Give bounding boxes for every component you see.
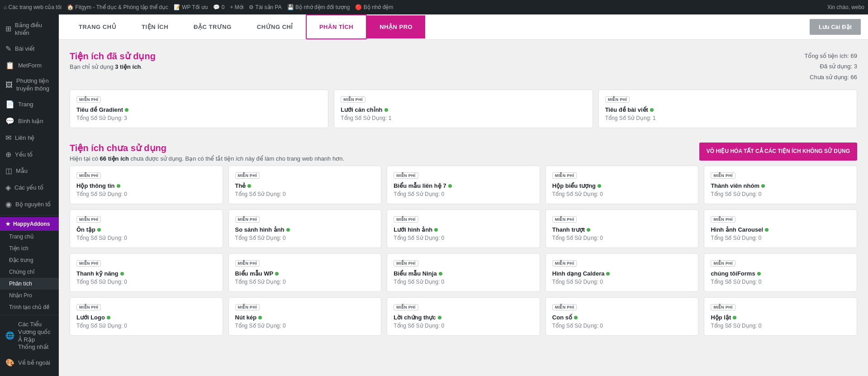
widget-badge: MIỄN PHÍ (235, 172, 260, 179)
widget-badge: MIỄN PHÍ (605, 96, 630, 103)
sidebar-sub-get-pro[interactable]: Nhận Pro (0, 290, 59, 301)
widget-usage: Tổng Số Sử Dụng: 0 (552, 191, 692, 197)
used-stat: Đã sử dụng: 3 (805, 61, 858, 71)
sidebar-sub-certificates[interactable]: Chứng chỉ (0, 266, 59, 278)
widget-name: Hình ảnh Carousel (711, 226, 850, 233)
widget-name: So sánh hình ảnh (235, 226, 375, 233)
sidebar-sub-theme-builder[interactable]: Trình tạo chủ đề (0, 301, 59, 313)
tab-analytics[interactable]: PHÂN TÍCH (306, 14, 367, 39)
tab-pro[interactable]: NHẬN PRO (367, 15, 425, 38)
sidebar-item-dashboard[interactable]: ⊞ Bảng điều khiển (0, 18, 59, 41)
widget-name: Biểu mẫu liên hệ 7 (394, 182, 533, 189)
used-section-title: Tiện ích đã sử dụng (70, 51, 156, 62)
media-icon: 🖼 (5, 81, 13, 90)
sidebar-item-contact[interactable]: ✉ Liên hệ (0, 130, 59, 147)
admin-bar-site-name[interactable]: 🏠 Fitgym - Thể dục & Phòng tập thể dục (67, 4, 168, 10)
widget-status-dot (384, 108, 388, 112)
widget-status-dot (598, 184, 601, 188)
widget-usage: Tổng Số Sử Dụng: 0 (235, 191, 375, 197)
admin-bar-comments[interactable]: 💬 0 (213, 4, 224, 10)
widget-name: Nút kép (235, 314, 375, 321)
sidebar-item-metform[interactable]: 📋 MetForm (0, 57, 59, 74)
sidebar-item-comments[interactable]: 💬 Bình luận (0, 113, 59, 130)
sidebar-item-pages[interactable]: 📄 Trang (0, 96, 59, 113)
widget-status-dot (125, 108, 128, 112)
dashboard-icon: ⊞ (5, 24, 11, 34)
sidebar-item-templates[interactable]: ◫ Mẫu (0, 163, 59, 180)
widget-status-dot (286, 228, 290, 232)
widget-name: Lưới căn chỉnh (341, 106, 586, 113)
sidebar-item-all-elements[interactable]: ◈ Các yếu tố (0, 180, 59, 196)
widget-usage: Tổng Số Sử Dụng: 1 (341, 115, 586, 121)
widget-usage: Tổng Số Sử Dụng: 0 (76, 323, 216, 329)
sidebar-item-elementor[interactable]: ⊕ Yếu tố (0, 147, 59, 163)
unused-section-header: Tiện ích chưa sử dụng Hiện tại có 66 tiệ… (70, 143, 857, 162)
widget-status-dot (97, 228, 101, 232)
widget-badge: MIỄN PHÍ (711, 172, 735, 179)
unused-widget-grid: MIỄN PHÍ Hộp thông tin Tổng Số Sử Dụng: … (70, 166, 857, 336)
widget-status-dot (448, 184, 452, 188)
widget-badge: MIỄN PHÍ (394, 304, 418, 310)
tab-features[interactable]: ĐẶC TRƯNG (181, 15, 244, 38)
widget-usage: Tổng Số Sử Dụng: 0 (711, 191, 850, 197)
sidebar-sub-widgets[interactable]: Tiện ích (0, 243, 59, 254)
admin-bar-wp-optimize[interactable]: 📝 WP Tối ưu (174, 4, 208, 10)
admin-bar-new[interactable]: + Mới (230, 4, 243, 10)
sidebar-item-posts[interactable]: ✎ Bài viết (0, 41, 59, 57)
widget-name: Thẻ (235, 182, 375, 189)
widget-usage: Tổng Số Sử Dụng: 0 (394, 235, 533, 241)
posts-icon: ✎ (5, 44, 11, 54)
sidebar: ⊞ Bảng điều khiển ✎ Bài viết 📋 MetForm 🖼… (0, 14, 59, 376)
sidebar-sub-analytics[interactable]: Phân tích (0, 278, 59, 290)
tab-home[interactable]: TRANG CHỦ (66, 15, 129, 38)
unused-widget-card: MIỄN PHÍ Biểu mẫu WP Tổng Số Sử Dụng: 0 (228, 253, 382, 292)
widget-name: Tiêu đề Gradient (76, 106, 322, 113)
widget-usage: Tổng Số Sử Dụng: 3 (76, 115, 322, 121)
widget-status-dot (439, 272, 442, 276)
widget-name: Con số (552, 314, 692, 321)
widget-status-dot (733, 316, 736, 319)
widget-name: Hình dạng Caldera (552, 270, 692, 277)
unused-widget-card: MIỄN PHÍ Hộp biểu tượng Tổng Số Sử Dụng:… (545, 166, 699, 204)
tab-widgets[interactable]: TIỆN ÍCH (129, 15, 181, 38)
widget-badge: MIỄN PHÍ (394, 260, 418, 267)
unused-section-title: Tiện ích chưa sử dụng (70, 143, 344, 153)
contact-icon: ✉ (5, 133, 11, 143)
widget-badge: MIỄN PHÍ (76, 172, 101, 179)
unused-widget-card: MIỄN PHÍ Hình dạng Caldera Tổng Số Sử Dụ… (545, 253, 699, 292)
sidebar-item-appearance[interactable]: 🎨 Về bề ngoài (0, 355, 59, 371)
save-button[interactable]: Lưu Cài Đặt (810, 19, 861, 35)
happy-addons-section-header[interactable]: ★ HappyAddons (0, 217, 59, 231)
admin-bar-my-sites[interactable]: ⌂ Các trang web của tôi (4, 4, 62, 10)
comments-icon: 💬 (5, 117, 14, 126)
unused-widget-card: MIỄN PHÍ Hộp thông tin Tổng Số Sử Dụng: … (70, 166, 223, 204)
sidebar-item-media[interactable]: 🖼 Phương tiện truyền thông (0, 74, 59, 96)
unused-widget-card: MIỄN PHÍ Thẻ Tổng Số Sử Dụng: 0 (228, 166, 382, 204)
admin-bar-object-cache[interactable]: 💾 Bộ nhớ đệm đối tượng (287, 4, 350, 10)
widget-name: Thành viên nhóm (711, 182, 850, 189)
widget-usage: Tổng Số Sử Dụng: 0 (235, 235, 375, 241)
admin-bar-pa-assets[interactable]: ⚙ Tài sản PA (249, 4, 281, 10)
unused-widget-card: MIỄN PHÍ Thanh kỹ năng Tổng Số Sử Dụng: … (70, 253, 223, 292)
pages-icon: 📄 (5, 100, 14, 109)
happy-addons-icon: ★ (5, 221, 10, 227)
widget-badge: MIỄN PHÍ (711, 304, 735, 310)
tab-certificates[interactable]: CHỨNG CHỈ (244, 15, 306, 38)
unused-widget-card: MIỄN PHÍ Hình ảnh Carousel Tổng Số Sử Dụ… (704, 209, 857, 248)
widget-usage: Tổng Số Sử Dụng: 0 (76, 279, 216, 285)
widget-name: Hộp thông tin (76, 182, 216, 189)
widget-usage: Tổng Số Sử Dụng: 0 (711, 279, 850, 285)
widget-usage: Tổng Số Sử Dụng: 0 (552, 323, 692, 329)
sidebar-sub-features[interactable]: Đặc trưng (0, 254, 59, 266)
unused-widget-card: MIỄN PHÍ Thành viên nhóm Tổng Số Sử Dụng… (704, 166, 857, 204)
sidebar-sub-home[interactable]: Trang chủ (0, 231, 59, 243)
widget-name: Lời chứng thực (394, 314, 533, 321)
widget-usage: Tổng Số Sử Dụng: 0 (76, 235, 216, 241)
disable-all-button[interactable]: VÔ HIỆU HÓA TẤT CẢ CÁC TIỆN ÍCH KHÔNG SỬ… (699, 143, 857, 161)
widget-name: chúng tôiForms (711, 270, 850, 277)
sidebar-item-uae[interactable]: 🌐 Các Tiểu Vương quốc Ả Rập Thống nhất (0, 317, 59, 355)
sidebar-item-elementor-kit[interactable]: ◉ Bộ nguyên tố (0, 196, 59, 213)
widget-name: Thanh trượt (552, 226, 692, 233)
used-section-subtitle: Bạn chỉ sử dụng 3 tiện ích. (70, 63, 156, 70)
admin-bar-cache[interactable]: 🔴 Bộ nhớ đệm (355, 4, 393, 10)
